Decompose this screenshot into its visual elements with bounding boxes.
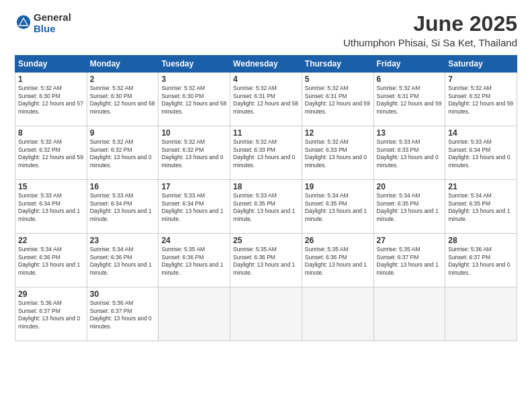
day-number: 23 bbox=[90, 236, 156, 245]
day-number: 25 bbox=[233, 236, 299, 245]
calendar-cell: 6 Sunrise: 5:32 AMSunset: 6:31 PMDayligh… bbox=[373, 73, 445, 126]
day-info: Sunrise: 5:32 AMSunset: 6:33 PMDaylight:… bbox=[233, 138, 295, 168]
day-number: 4 bbox=[233, 75, 299, 84]
logo-blue: Blue bbox=[34, 23, 56, 34]
header-tuesday: Tuesday bbox=[159, 56, 230, 73]
calendar-cell: 29 Sunrise: 5:36 AMSunset: 6:37 PMDaylig… bbox=[15, 287, 87, 341]
calendar-row-2: 8 Sunrise: 5:32 AMSunset: 6:32 PMDayligh… bbox=[15, 126, 517, 180]
day-info: Sunrise: 5:34 AMSunset: 6:36 PMDaylight:… bbox=[90, 246, 152, 275]
month-title: June 2025 bbox=[343, 12, 517, 36]
day-info: Sunrise: 5:36 AMSunset: 6:37 PMDaylight:… bbox=[90, 300, 152, 329]
header-saturday: Saturday bbox=[445, 56, 517, 73]
day-info: Sunrise: 5:33 AMSunset: 6:34 PMDaylight:… bbox=[90, 192, 152, 222]
calendar-cell: 18 Sunrise: 5:33 AMSunset: 6:35 PMDaylig… bbox=[230, 180, 302, 234]
day-number: 7 bbox=[448, 75, 514, 84]
day-number: 6 bbox=[377, 75, 443, 84]
logo-icon bbox=[16, 15, 31, 30]
location-title: Uthumphon Phisai, Si Sa Ket, Thailand bbox=[343, 37, 517, 48]
day-number: 18 bbox=[233, 182, 299, 191]
calendar-cell: 17 Sunrise: 5:33 AMSunset: 6:34 PMDaylig… bbox=[159, 180, 230, 234]
calendar-cell: 30 Sunrise: 5:36 AMSunset: 6:37 PMDaylig… bbox=[87, 287, 159, 341]
day-info: Sunrise: 5:34 AMSunset: 6:36 PMDaylight:… bbox=[18, 246, 80, 275]
day-number: 26 bbox=[305, 236, 371, 245]
calendar-cell: 21 Sunrise: 5:34 AMSunset: 6:35 PMDaylig… bbox=[445, 180, 517, 234]
calendar-cell: 16 Sunrise: 5:33 AMSunset: 6:34 PMDaylig… bbox=[87, 180, 159, 234]
day-number: 5 bbox=[305, 75, 371, 84]
calendar-cell: 28 Sunrise: 5:36 AMSunset: 6:37 PMDaylig… bbox=[445, 234, 517, 287]
calendar-cell: 14 Sunrise: 5:33 AMSunset: 6:34 PMDaylig… bbox=[445, 126, 517, 180]
calendar-row-1: 1 Sunrise: 5:32 AMSunset: 6:30 PMDayligh… bbox=[15, 73, 517, 126]
day-number: 29 bbox=[18, 289, 84, 299]
day-number: 13 bbox=[377, 128, 443, 138]
day-number: 21 bbox=[448, 182, 514, 191]
calendar-table: Sunday Monday Tuesday Wednesday Thursday… bbox=[15, 55, 517, 341]
day-number: 8 bbox=[18, 128, 84, 138]
calendar-row-5: 29 Sunrise: 5:36 AMSunset: 6:37 PMDaylig… bbox=[15, 287, 517, 341]
calendar-cell: 13 Sunrise: 5:33 AMSunset: 6:33 PMDaylig… bbox=[373, 126, 445, 180]
calendar-cell: 24 Sunrise: 5:35 AMSunset: 6:36 PMDaylig… bbox=[159, 234, 230, 287]
calendar-cell: 15 Sunrise: 5:33 AMSunset: 6:34 PMDaylig… bbox=[15, 180, 87, 234]
calendar-cell: 19 Sunrise: 5:34 AMSunset: 6:35 PMDaylig… bbox=[302, 180, 373, 234]
calendar-cell: 10 Sunrise: 5:32 AMSunset: 6:32 PMDaylig… bbox=[159, 126, 230, 180]
calendar-cell: 2 Sunrise: 5:32 AMSunset: 6:30 PMDayligh… bbox=[87, 73, 159, 126]
calendar-cell bbox=[302, 287, 373, 341]
calendar-cell: 5 Sunrise: 5:32 AMSunset: 6:31 PMDayligh… bbox=[302, 73, 373, 126]
day-number: 9 bbox=[90, 128, 156, 138]
day-info: Sunrise: 5:32 AMSunset: 6:31 PMDaylight:… bbox=[305, 85, 370, 114]
calendar-cell: 11 Sunrise: 5:32 AMSunset: 6:33 PMDaylig… bbox=[230, 126, 302, 180]
calendar-cell: 1 Sunrise: 5:32 AMSunset: 6:30 PMDayligh… bbox=[15, 73, 87, 126]
page: General Blue June 2025 Uthumphon Phisai,… bbox=[0, 0, 532, 411]
day-info: Sunrise: 5:33 AMSunset: 6:33 PMDaylight:… bbox=[377, 138, 439, 168]
calendar-header-row: Sunday Monday Tuesday Wednesday Thursday… bbox=[15, 56, 517, 73]
day-number: 2 bbox=[90, 75, 156, 84]
day-info: Sunrise: 5:32 AMSunset: 6:32 PMDaylight:… bbox=[448, 85, 513, 114]
day-info: Sunrise: 5:35 AMSunset: 6:36 PMDaylight:… bbox=[305, 246, 367, 275]
day-info: Sunrise: 5:34 AMSunset: 6:35 PMDaylight:… bbox=[448, 192, 510, 222]
day-info: Sunrise: 5:33 AMSunset: 6:34 PMDaylight:… bbox=[18, 192, 80, 222]
calendar-cell: 12 Sunrise: 5:32 AMSunset: 6:33 PMDaylig… bbox=[302, 126, 373, 180]
calendar-cell: 25 Sunrise: 5:35 AMSunset: 6:36 PMDaylig… bbox=[230, 234, 302, 287]
day-number: 22 bbox=[18, 236, 84, 245]
day-number: 16 bbox=[90, 182, 156, 191]
day-info: Sunrise: 5:32 AMSunset: 6:30 PMDaylight:… bbox=[90, 85, 155, 114]
calendar-cell: 7 Sunrise: 5:32 AMSunset: 6:32 PMDayligh… bbox=[445, 73, 517, 126]
calendar-cell: 3 Sunrise: 5:32 AMSunset: 6:30 PMDayligh… bbox=[159, 73, 230, 126]
day-info: Sunrise: 5:32 AMSunset: 6:32 PMDaylight:… bbox=[161, 138, 223, 168]
logo-general: General bbox=[34, 11, 71, 23]
calendar-row-4: 22 Sunrise: 5:34 AMSunset: 6:36 PMDaylig… bbox=[15, 234, 517, 287]
day-number: 11 bbox=[233, 128, 299, 138]
logo-text: General Blue bbox=[34, 12, 71, 34]
logo: General Blue bbox=[15, 12, 71, 34]
day-number: 14 bbox=[448, 128, 514, 138]
header-sunday: Sunday bbox=[15, 56, 87, 73]
day-info: Sunrise: 5:32 AMSunset: 6:32 PMDaylight:… bbox=[18, 138, 83, 168]
calendar-cell bbox=[230, 287, 302, 341]
calendar-cell: 9 Sunrise: 5:32 AMSunset: 6:32 PMDayligh… bbox=[87, 126, 159, 180]
day-number: 3 bbox=[161, 75, 227, 84]
header: General Blue June 2025 Uthumphon Phisai,… bbox=[15, 12, 517, 48]
day-number: 1 bbox=[18, 75, 84, 84]
calendar-cell: 4 Sunrise: 5:32 AMSunset: 6:31 PMDayligh… bbox=[230, 73, 302, 126]
day-info: Sunrise: 5:32 AMSunset: 6:30 PMDaylight:… bbox=[161, 85, 226, 114]
day-number: 10 bbox=[161, 128, 227, 138]
day-number: 27 bbox=[377, 236, 443, 245]
day-info: Sunrise: 5:33 AMSunset: 6:34 PMDaylight:… bbox=[161, 192, 223, 222]
day-number: 28 bbox=[448, 236, 514, 245]
day-info: Sunrise: 5:32 AMSunset: 6:32 PMDaylight:… bbox=[90, 138, 152, 168]
calendar-cell: 20 Sunrise: 5:34 AMSunset: 6:35 PMDaylig… bbox=[373, 180, 445, 234]
day-info: Sunrise: 5:32 AMSunset: 6:31 PMDaylight:… bbox=[377, 85, 442, 114]
calendar-cell: 27 Sunrise: 5:35 AMSunset: 6:37 PMDaylig… bbox=[373, 234, 445, 287]
calendar-cell bbox=[373, 287, 445, 341]
calendar-cell: 22 Sunrise: 5:34 AMSunset: 6:36 PMDaylig… bbox=[15, 234, 87, 287]
day-number: 30 bbox=[90, 289, 156, 299]
header-friday: Friday bbox=[373, 56, 445, 73]
day-info: Sunrise: 5:33 AMSunset: 6:34 PMDaylight:… bbox=[448, 138, 510, 168]
day-info: Sunrise: 5:35 AMSunset: 6:36 PMDaylight:… bbox=[161, 246, 223, 275]
day-info: Sunrise: 5:33 AMSunset: 6:35 PMDaylight:… bbox=[233, 192, 295, 222]
calendar-cell: 23 Sunrise: 5:34 AMSunset: 6:36 PMDaylig… bbox=[87, 234, 159, 287]
day-number: 24 bbox=[161, 236, 227, 245]
day-number: 20 bbox=[377, 182, 443, 191]
header-thursday: Thursday bbox=[302, 56, 373, 73]
day-info: Sunrise: 5:36 AMSunset: 6:37 PMDaylight:… bbox=[18, 300, 80, 329]
calendar-cell: 8 Sunrise: 5:32 AMSunset: 6:32 PMDayligh… bbox=[15, 126, 87, 180]
